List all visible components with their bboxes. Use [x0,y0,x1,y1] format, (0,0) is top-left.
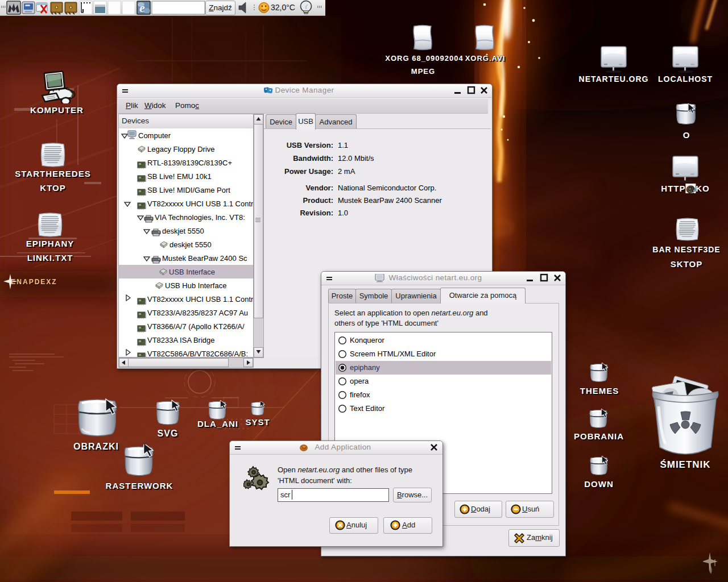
svg-text:e: e [139,1,145,15]
